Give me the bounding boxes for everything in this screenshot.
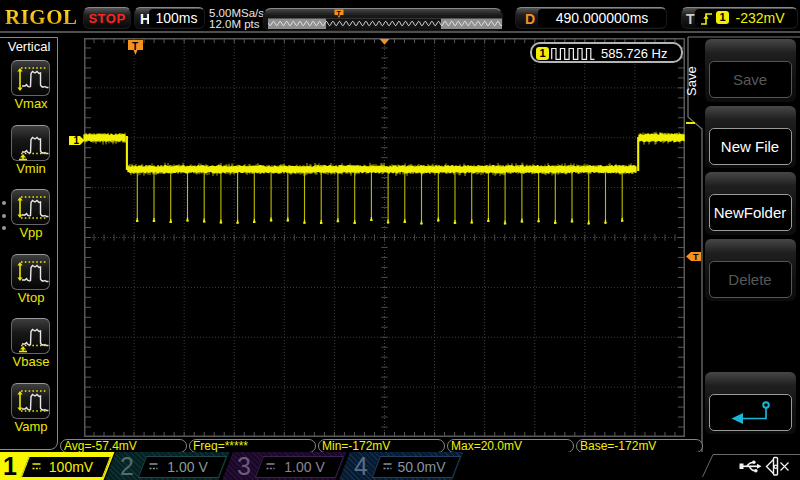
svg-text:1: 1 bbox=[74, 135, 80, 146]
svg-text:T: T bbox=[132, 41, 138, 52]
svg-text:T: T bbox=[337, 9, 342, 16]
svg-text:T: T bbox=[693, 252, 699, 262]
